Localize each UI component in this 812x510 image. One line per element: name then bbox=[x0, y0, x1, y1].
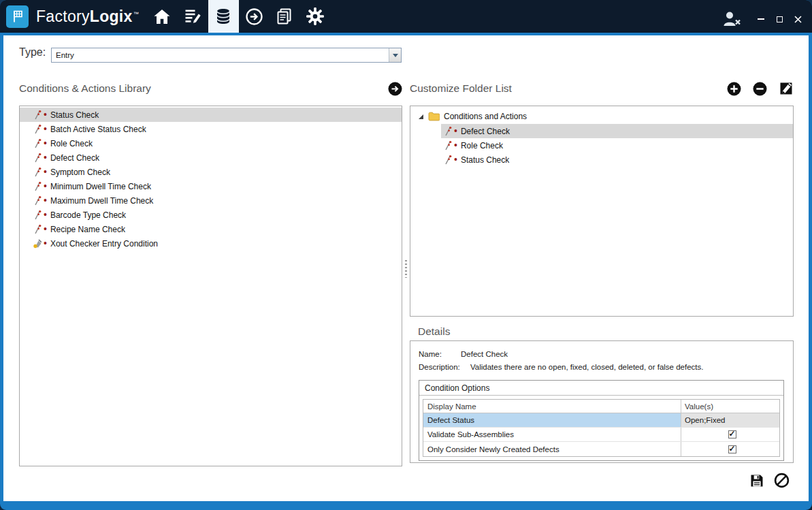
add-folder-button[interactable] bbox=[727, 82, 741, 96]
folder-panel-header: Customize Folder List bbox=[410, 80, 794, 97]
column-header-values[interactable]: Value(s) bbox=[681, 400, 779, 413]
nav-release[interactable] bbox=[239, 0, 270, 33]
library-item-label: Batch Active Status Check bbox=[50, 125, 146, 134]
trademark-symbol: ™ bbox=[133, 11, 139, 17]
cancel-icon bbox=[774, 473, 790, 488]
details-title: Details bbox=[418, 325, 450, 338]
library-item[interactable]: Maximum Dwell Time Check bbox=[20, 193, 402, 208]
user-logout-icon bbox=[721, 10, 742, 27]
bullet-icon bbox=[44, 210, 47, 220]
assign-to-folder-button[interactable] bbox=[388, 82, 402, 96]
bullet-icon bbox=[44, 196, 47, 206]
name-value: Defect Check bbox=[461, 350, 508, 358]
grid-row[interactable]: Defect Status Open;Fixed bbox=[423, 413, 779, 428]
option-name-cell[interactable]: Only Consider Newly Created Defects bbox=[423, 442, 681, 456]
condition-icon bbox=[33, 224, 42, 234]
grid-body: Defect Status Open;Fixed Validate Sub-As… bbox=[423, 413, 779, 456]
condition-icon bbox=[33, 210, 42, 220]
nav-home[interactable] bbox=[147, 0, 178, 33]
panel-splitter[interactable] bbox=[405, 260, 407, 278]
xout-condition-icon bbox=[33, 238, 42, 249]
library-item-label: Role Check bbox=[50, 139, 93, 148]
description-label: Description: bbox=[419, 363, 470, 371]
library-item[interactable]: Xout Checker Entry Condition bbox=[20, 236, 402, 251]
library-item[interactable]: Defect Check bbox=[20, 150, 402, 165]
bullet-icon bbox=[44, 125, 47, 134]
library-item-label: Symptom Check bbox=[50, 168, 110, 177]
tree-item[interactable]: Status Check bbox=[441, 153, 793, 167]
library-item-label: Xout Checker Entry Condition bbox=[50, 239, 158, 249]
expander-icon[interactable] bbox=[419, 114, 423, 119]
save-icon bbox=[750, 474, 764, 488]
condition-icon bbox=[33, 181, 42, 191]
titlebar-right bbox=[721, 6, 812, 27]
settings-icon bbox=[306, 7, 325, 26]
desktop-background: FactoryLogix™ bbox=[0, 0, 812, 510]
checkbox[interactable] bbox=[728, 445, 736, 453]
close-icon[interactable] bbox=[794, 15, 802, 23]
home-icon bbox=[153, 8, 171, 25]
condition-icon bbox=[33, 110, 42, 120]
cancel-button[interactable] bbox=[774, 473, 790, 488]
condition-icon bbox=[33, 153, 42, 163]
maximize-icon[interactable] bbox=[775, 15, 783, 23]
app-window: FactoryLogix™ bbox=[0, 0, 812, 510]
nav-library[interactable] bbox=[208, 0, 239, 33]
column-header-display-name[interactable]: Display Name bbox=[423, 400, 681, 413]
logout-user-button[interactable] bbox=[721, 10, 742, 27]
library-item-label: Barcode Type Check bbox=[50, 210, 126, 220]
grid-row[interactable]: Validate Sub-Assemblies bbox=[423, 428, 779, 442]
bullet-icon bbox=[44, 139, 47, 148]
details-panel: Name: Defect Check Description: Validate… bbox=[410, 340, 794, 463]
nav-audit[interactable] bbox=[178, 0, 208, 33]
library-item[interactable]: Recipe Name Check bbox=[20, 222, 402, 236]
description-value: Validates there are no open, fixed, clos… bbox=[470, 363, 703, 371]
remove-folder-button[interactable] bbox=[753, 82, 767, 96]
condition-icon bbox=[443, 126, 453, 136]
library-item-label: Recipe Name Check bbox=[50, 225, 125, 234]
condition-options-title: Condition Options bbox=[419, 381, 783, 396]
condition-icon bbox=[33, 195, 42, 206]
library-item[interactable]: Status Check bbox=[20, 108, 402, 122]
bullet-icon bbox=[454, 155, 457, 165]
library-item-label: Maximum Dwell Time Check bbox=[50, 196, 153, 206]
edit-icon bbox=[779, 81, 794, 96]
folder-buttons bbox=[727, 81, 794, 96]
library-item[interactable]: Barcode Type Check bbox=[20, 208, 402, 222]
tree-item[interactable]: Role Check bbox=[441, 138, 793, 153]
library-panel-title: Conditions & Actions Library bbox=[19, 82, 151, 95]
nav-settings[interactable] bbox=[300, 0, 331, 33]
library-item[interactable]: Symptom Check bbox=[20, 165, 402, 179]
save-button[interactable] bbox=[750, 474, 764, 488]
option-value-text: Open;Fixed bbox=[685, 416, 725, 424]
bullet-icon bbox=[454, 127, 457, 136]
folder-icon bbox=[428, 112, 440, 121]
tree-root-item[interactable]: Conditions and Actions bbox=[410, 109, 793, 124]
option-value-cell[interactable] bbox=[681, 442, 779, 456]
nav-documents[interactable] bbox=[270, 0, 300, 33]
dropdown-button[interactable] bbox=[389, 48, 401, 62]
minimize-icon[interactable] bbox=[757, 15, 765, 23]
checkbox[interactable] bbox=[728, 430, 736, 439]
library-item[interactable]: Minimum Dwell Time Check bbox=[20, 179, 402, 193]
option-name-cell[interactable]: Defect Status bbox=[423, 413, 681, 427]
app-title: FactoryLogix™ bbox=[36, 7, 139, 26]
grid-header: Display Name Value(s) bbox=[423, 400, 779, 413]
library-icon bbox=[214, 7, 232, 25]
titlebar: FactoryLogix™ bbox=[0, 0, 812, 33]
option-value-cell[interactable]: Open;Fixed bbox=[681, 413, 779, 427]
library-item[interactable]: Role Check bbox=[20, 136, 402, 150]
option-value-cell[interactable] bbox=[681, 428, 779, 441]
tree-root-label: Conditions and Actions bbox=[444, 112, 527, 121]
option-name-cell[interactable]: Validate Sub-Assemblies bbox=[423, 428, 681, 441]
name-label: Name: bbox=[419, 350, 461, 358]
library-item[interactable]: Batch Active Status Check bbox=[20, 122, 402, 136]
type-dropdown-value: Entry bbox=[52, 48, 389, 62]
tree-item[interactable]: Defect Check bbox=[441, 124, 793, 138]
grid-row[interactable]: Only Consider Newly Created Defects bbox=[423, 442, 779, 456]
edit-folder-button[interactable] bbox=[779, 81, 794, 96]
audit-icon bbox=[184, 7, 201, 25]
documents-icon bbox=[276, 7, 293, 25]
type-dropdown[interactable]: Entry bbox=[51, 48, 402, 63]
library-item-label: Status Check bbox=[50, 110, 99, 120]
